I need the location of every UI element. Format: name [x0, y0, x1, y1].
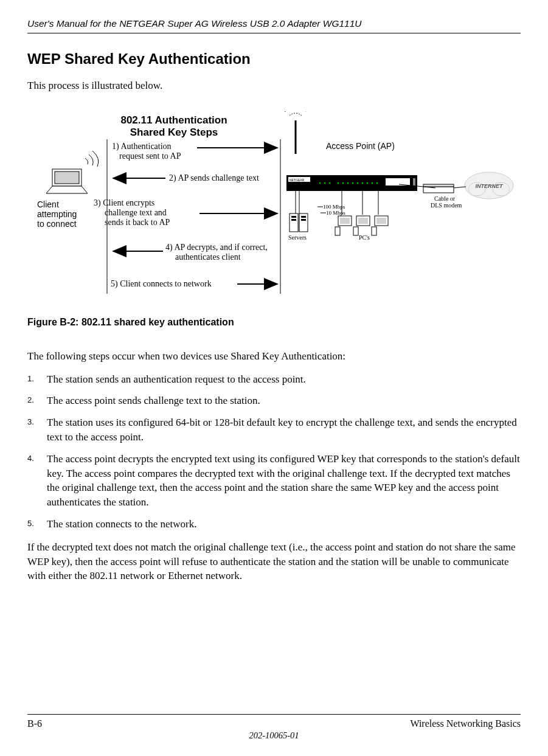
pcs-label: PC's: [359, 234, 370, 241]
svg-point-14: [347, 182, 349, 184]
pc-icon: [335, 216, 388, 235]
server-icon: [290, 213, 308, 232]
client-label-line2: attempting: [37, 209, 77, 219]
svg-point-13: [342, 182, 344, 184]
svg-rect-40: [301, 219, 306, 221]
svg-point-16: [356, 182, 358, 184]
step3-line2: challenge text and: [105, 208, 167, 217]
step3-line1: 3) Client encrypts: [94, 198, 154, 208]
svg-rect-24: [423, 184, 454, 187]
document-number: 202-10065-01: [27, 730, 521, 741]
client-label-line3: to connect: [37, 219, 77, 229]
list-item: The station sends an authentication requ…: [27, 372, 521, 387]
svg-point-11: [328, 182, 330, 184]
svg-text:NETGEAR: NETGEAR: [290, 178, 305, 182]
figure-caption: Figure B-2: 802.11 shared key authentica…: [27, 317, 521, 328]
svg-rect-44: [340, 218, 350, 224]
list-item: The access point sends challenge text to…: [27, 394, 521, 408]
svg-point-12: [337, 182, 339, 184]
page-footer: B-6 Wireless Networking Basics 202-10065…: [27, 714, 521, 741]
svg-rect-3: [55, 172, 79, 184]
step4-line2: authenticates client: [175, 252, 241, 262]
cloud-icon: INTERNET: [465, 172, 513, 199]
svg-point-10: [324, 182, 325, 184]
section-heading: WEP Shared Key Authentication: [27, 50, 521, 68]
speed-100-label: 100 Mbps: [323, 204, 345, 210]
figure-b2: 802.11 Authentication Shared Key Steps C…: [27, 111, 521, 306]
figure-title-line1: 802.11 Authentication: [120, 114, 227, 126]
page-number: B-6: [27, 718, 42, 729]
antenna-icon: [280, 111, 311, 154]
list-item: The station connects to the network.: [27, 517, 521, 532]
client-label-line1: Client: [37, 199, 59, 209]
svg-point-15: [352, 182, 353, 184]
svg-rect-48: [353, 227, 358, 235]
figure-svg: 802.11 Authentication Shared Key Steps C…: [34, 111, 515, 306]
step1-line1: 1) Authentication: [112, 142, 172, 151]
svg-rect-47: [358, 218, 368, 224]
svg-rect-50: [376, 218, 386, 224]
svg-line-29: [454, 187, 466, 188]
intro-paragraph: This process is illustrated below.: [27, 78, 521, 93]
laptop-icon: [46, 151, 99, 193]
header-rule: [27, 33, 521, 33]
list-item: The access point decrypts the encrypted …: [27, 452, 521, 510]
svg-rect-45: [335, 227, 340, 235]
steps-list: The station sends an authentication requ…: [27, 372, 521, 532]
svg-rect-51: [372, 227, 376, 235]
footer-section-title: Wireless Networking Basics: [410, 718, 521, 729]
svg-rect-23: [423, 187, 454, 193]
svg-point-20: [376, 182, 378, 184]
svg-marker-4: [46, 186, 88, 193]
footer-rule: [27, 714, 521, 715]
step2-label: 2) AP sends challenge text: [169, 173, 259, 183]
svg-rect-22: [413, 178, 415, 186]
cable-label-line2: DLS modem: [431, 202, 462, 209]
speed-10-label: 10 Mbps: [326, 210, 345, 216]
svg-rect-38: [291, 219, 296, 221]
cable-label-line1: Cable or: [434, 195, 456, 202]
step5-label: 5) Client connects to network: [111, 279, 212, 289]
ap-label: Access Point (AP): [326, 141, 395, 151]
post-list-paragraph: If the decrypted text does not match the…: [27, 540, 521, 583]
manual-title: User's Manual for the NETGEAR Super AG W…: [27, 18, 521, 29]
svg-point-19: [371, 182, 373, 184]
svg-point-17: [361, 182, 363, 184]
svg-rect-37: [291, 216, 296, 218]
step3-line3: sends it back to AP: [105, 218, 170, 227]
router-icon: NETGEAR: [286, 175, 417, 191]
modem-icon: [423, 184, 454, 193]
internet-label: INTERNET: [475, 183, 504, 189]
svg-rect-21: [386, 178, 410, 186]
figure-title-line2: Shared Key Steps: [130, 127, 218, 138]
svg-point-9: [319, 182, 321, 184]
step4-line1: 4) AP decrypts, and if correct,: [165, 243, 268, 252]
servers-label: Servers: [288, 234, 307, 241]
svg-point-18: [366, 182, 368, 184]
lead-paragraph: The following steps occur when two devic…: [27, 349, 521, 364]
step1-line2: request sent to AP: [119, 151, 181, 161]
svg-rect-39: [301, 216, 306, 218]
list-item: The station uses its configured 64-bit o…: [27, 415, 521, 445]
